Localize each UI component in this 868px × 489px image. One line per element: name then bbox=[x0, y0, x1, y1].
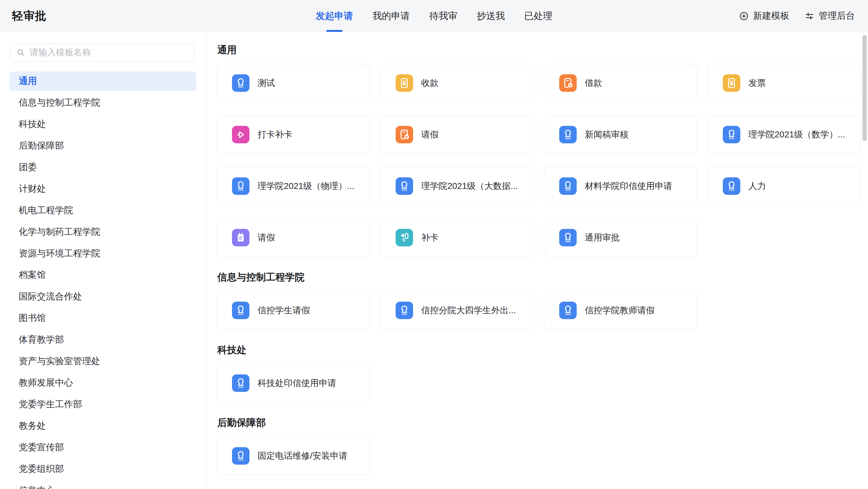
template-card[interactable]: 人力 bbox=[708, 167, 861, 205]
template-card-label: 测试 bbox=[257, 77, 275, 89]
template-card-label: 固定电话维修/安装申请 bbox=[257, 450, 347, 462]
sidebar-category-item[interactable]: 教务处 bbox=[9, 416, 196, 436]
template-card[interactable]: 信控学生请假 bbox=[217, 291, 370, 330]
template-card[interactable]: 理学院2021级（数学）... bbox=[708, 116, 861, 154]
template-section: 通用 测试 收款 借款 发票 打卡补卡 请假 新闻稿审核 bbox=[217, 44, 861, 257]
nav-tab[interactable]: 我的申请 bbox=[372, 0, 410, 32]
new-template-label: 新建模板 bbox=[753, 10, 789, 22]
nav-tab[interactable]: 待我审 bbox=[429, 0, 457, 32]
nav-tab[interactable]: 已处理 bbox=[524, 0, 552, 32]
template-card-label: 补卡 bbox=[421, 232, 439, 244]
sidebar-category-item[interactable]: 计财处 bbox=[9, 179, 196, 198]
search-input[interactable] bbox=[30, 48, 188, 57]
template-card[interactable]: 收款 bbox=[380, 64, 534, 102]
scrollbar-thumb[interactable] bbox=[862, 35, 867, 141]
sidebar-category-item[interactable]: 资源与环境工程学院 bbox=[9, 244, 196, 263]
sidebar-category-item[interactable]: 信息与控制工程学院 bbox=[9, 93, 196, 113]
template-card[interactable]: 打卡补卡 bbox=[217, 116, 370, 154]
sidebar-category-item[interactable]: 资产与实验室管理处 bbox=[9, 352, 196, 371]
template-card[interactable]: 请假 bbox=[217, 219, 370, 257]
template-card[interactable]: 请假 bbox=[380, 116, 534, 154]
template-card-label: 科技处印信使用申请 bbox=[257, 377, 336, 389]
stamp-icon bbox=[559, 229, 577, 246]
template-card[interactable]: 固定电话维修/安装申请 bbox=[217, 437, 370, 475]
sliders-icon bbox=[804, 11, 815, 21]
nav-tab-label: 发起申请 bbox=[316, 10, 353, 23]
template-card[interactable]: 信控分院大四学生外出... bbox=[380, 291, 534, 330]
template-card-label: 借款 bbox=[585, 77, 602, 89]
admin-console-button[interactable]: 管理后台 bbox=[804, 10, 855, 22]
nav-tab-label: 待我审 bbox=[429, 10, 457, 23]
template-card[interactable]: 借款 bbox=[544, 64, 697, 102]
payment-icon bbox=[396, 74, 413, 92]
template-card-label: 请假 bbox=[421, 129, 439, 141]
template-card[interactable]: 信控学院教师请假 bbox=[544, 291, 697, 330]
nav-tab-label: 我的申请 bbox=[372, 10, 410, 23]
sidebar: 通用信息与控制工程学院科技处后勤保障部团委计财处机电工程学院化学与制药工程学院资… bbox=[0, 32, 206, 489]
template-card-label: 发票 bbox=[748, 77, 766, 89]
play-icon bbox=[232, 126, 249, 143]
card-grid: 固定电话维修/安装申请 bbox=[217, 437, 861, 475]
template-card[interactable]: 补卡 bbox=[380, 219, 534, 257]
template-card-label: 理学院2021级（大数据... bbox=[421, 180, 518, 192]
template-card[interactable]: 通用审批 bbox=[544, 219, 697, 257]
sidebar-category-item[interactable]: 化学与制药工程学院 bbox=[9, 222, 196, 242]
section-title: 科技处 bbox=[217, 344, 861, 356]
template-card-label: 理学院2021级（数学）... bbox=[748, 129, 845, 141]
template-card[interactable]: 发票 bbox=[708, 64, 861, 102]
sidebar-category-item[interactable]: 信息中心 bbox=[9, 481, 196, 489]
sidebar-category-item[interactable]: 体育教学部 bbox=[9, 330, 196, 349]
template-card-label: 通用审批 bbox=[585, 232, 620, 244]
stamp-icon bbox=[559, 177, 577, 195]
category-list: 通用信息与控制工程学院科技处后勤保障部团委计财处机电工程学院化学与制药工程学院资… bbox=[9, 71, 196, 489]
sidebar-category-item[interactable]: 党委学生工作部 bbox=[9, 395, 196, 414]
app-header: 轻审批 发起申请 我的申请 待我审 抄送我 已处理 新建模板 bbox=[0, 0, 868, 32]
template-card[interactable]: 理学院2021级（物理）... bbox=[217, 167, 370, 205]
sidebar-category-item[interactable]: 党委组织部 bbox=[9, 459, 196, 479]
sidebar-category-item[interactable]: 后勤保障部 bbox=[9, 136, 196, 155]
stamp-icon bbox=[723, 126, 740, 143]
template-card-label: 理学院2021级（物理）... bbox=[257, 180, 354, 192]
admin-console-label: 管理后台 bbox=[819, 10, 855, 22]
new-template-button[interactable]: 新建模板 bbox=[739, 10, 789, 22]
template-section: 后勤保障部 固定电话维修/安装申请 bbox=[217, 417, 861, 475]
template-card[interactable]: 理学院2021级（大数据... bbox=[380, 167, 534, 205]
page: 轻审批 发起申请 我的申请 待我审 抄送我 已处理 新建模板 bbox=[0, 0, 868, 489]
template-card[interactable]: 科技处印信使用申请 bbox=[217, 364, 370, 402]
sidebar-category-item[interactable]: 科技处 bbox=[9, 115, 196, 134]
template-card-label: 信控分院大四学生外出... bbox=[421, 304, 516, 316]
plus-circle-icon bbox=[739, 11, 749, 21]
sidebar-category-item[interactable]: 团委 bbox=[9, 158, 196, 177]
template-section: 科技处 科技处印信使用申请 bbox=[217, 344, 861, 402]
section-title: 信息与控制工程学院 bbox=[217, 272, 861, 283]
sidebar-category-item[interactable]: 通用 bbox=[9, 71, 196, 91]
notebook-icon bbox=[232, 229, 249, 246]
template-card[interactable]: 测试 bbox=[217, 64, 370, 102]
document-star-icon bbox=[559, 74, 577, 92]
sidebar-category-item[interactable]: 图书馆 bbox=[9, 308, 196, 328]
sidebar-category-item[interactable]: 机电工程学院 bbox=[9, 201, 196, 220]
sidebar-category-item[interactable]: 档案馆 bbox=[9, 266, 196, 285]
template-card-label: 人力 bbox=[748, 180, 766, 192]
template-section: 信息与控制工程学院 信控学生请假 信控分院大四学生外出... 信控学院教师请假 bbox=[217, 272, 861, 330]
template-card-label: 信控学院教师请假 bbox=[585, 304, 655, 316]
nav-tab[interactable]: 发起申请 bbox=[316, 0, 353, 32]
sidebar-category-item[interactable]: 党委宣传部 bbox=[9, 438, 196, 457]
stamp-icon bbox=[396, 177, 413, 195]
template-card-label: 新闻稿审核 bbox=[585, 129, 628, 141]
template-area: 通用 测试 收款 借款 发票 打卡补卡 请假 新闻稿审核 bbox=[206, 32, 868, 489]
card-grid: 测试 收款 借款 发票 打卡补卡 请假 新闻稿审核 理学院202 bbox=[217, 64, 861, 257]
stamp-icon bbox=[232, 374, 249, 392]
nav-tab[interactable]: 抄送我 bbox=[477, 0, 505, 32]
nav-tab-label: 抄送我 bbox=[477, 10, 505, 23]
document-star-icon bbox=[396, 126, 413, 143]
card-grid: 信控学生请假 信控分院大四学生外出... 信控学院教师请假 bbox=[217, 291, 861, 330]
main-nav: 发起申请 我的申请 待我审 抄送我 已处理 bbox=[316, 0, 552, 32]
stamp-icon bbox=[559, 126, 577, 143]
template-card[interactable]: 新闻稿审核 bbox=[544, 116, 697, 154]
sidebar-category-item[interactable]: 国际交流合作处 bbox=[9, 287, 196, 306]
stamp-icon bbox=[232, 177, 249, 195]
sidebar-category-item[interactable]: 教师发展中心 bbox=[9, 373, 196, 393]
template-card-label: 打卡补卡 bbox=[257, 129, 292, 141]
template-card[interactable]: 材料学院印信使用申请 bbox=[544, 167, 697, 205]
